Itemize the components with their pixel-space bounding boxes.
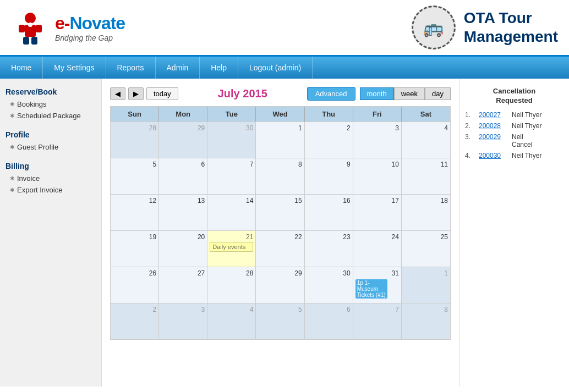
cal-event-tag[interactable]: 1p 1-MuseumTickets (#1) — [355, 279, 387, 299]
calendar-toolbar: ◀ ▶ today July 2015 Advanced month week … — [110, 87, 451, 101]
cal-cell-jul31[interactable]: 31 1p 1-MuseumTickets (#1) — [353, 267, 402, 303]
nav-reports[interactable]: Reports — [106, 57, 156, 79]
daily-events-tag[interactable]: Daily events — [210, 242, 253, 252]
cal-cell[interactable]: 10 — [353, 158, 402, 194]
cal-cell[interactable]: 6 — [159, 158, 207, 194]
cal-cell[interactable]: 7 — [207, 158, 256, 194]
cancel-name-4: Neil Thyer — [512, 152, 541, 159]
cancel-link-200027[interactable]: 200027 — [479, 111, 509, 119]
cal-cell[interactable]: 29 — [256, 267, 304, 303]
cal-week-4: 19 20 21 Daily events 22 23 24 25 — [111, 230, 450, 267]
cal-cell[interactable]: 2 — [305, 122, 353, 158]
cal-cell[interactable]: 14 — [207, 195, 256, 230]
bullet-icon-3: ✱ — [10, 144, 14, 150]
right-panel: CancellationRequested 1. 200027 Neil Thy… — [459, 79, 569, 387]
cal-view-day[interactable]: day — [425, 87, 451, 100]
cal-cell-today[interactable]: 21 Daily events — [207, 231, 256, 267]
sidebar-item-scheduled-package[interactable]: ✱ Scheduled Package — [0, 110, 101, 122]
sidebar-item-bookings[interactable]: ✱ Bookings — [0, 98, 101, 110]
cal-cell[interactable]: 1 — [256, 122, 304, 158]
cal-prev-button[interactable]: ◀ — [110, 87, 125, 100]
cancellation-title: CancellationRequested — [465, 87, 563, 106]
cal-cell[interactable]: 9 — [305, 158, 353, 194]
cal-cell[interactable]: 5 — [111, 158, 159, 194]
cal-cell[interactable]: 15 — [256, 195, 304, 230]
header: e-Novate Bridging the Gap 🚌 OTA TourMana… — [0, 0, 569, 57]
cal-cell[interactable]: 18 — [402, 195, 450, 230]
cal-cell[interactable]: 30 — [305, 267, 353, 303]
cancel-link-200030[interactable]: 200030 — [479, 152, 509, 159]
cancel-link-200029[interactable]: 200029 — [479, 133, 509, 141]
cal-cell[interactable]: 8 — [256, 158, 304, 194]
cancellation-item-4: 4. 200030 Neil Thyer — [465, 152, 563, 159]
logo-right: 🚌 OTA TourManagement — [412, 5, 558, 49]
cal-cell[interactable]: 8 — [402, 303, 450, 339]
cal-cell[interactable]: 26 — [111, 267, 159, 303]
cancellation-item-2: 2. 200028 Neil Thyer — [465, 122, 563, 130]
advanced-button[interactable]: Advanced — [307, 87, 355, 101]
cal-week-1: 28 29 30 1 2 3 4 — [111, 122, 450, 158]
sidebar-section-billing: Billing ✱ Invoice ✱ Export Invoice — [0, 158, 101, 196]
cancel-link-200028[interactable]: 200028 — [479, 122, 509, 130]
cal-cell[interactable]: 4 — [207, 303, 256, 339]
cancel-name-2: Neil Thyer — [512, 122, 541, 130]
cal-cell[interactable]: 23 — [305, 231, 353, 267]
cal-nav-group: ◀ ▶ today — [110, 87, 178, 100]
cal-view-month[interactable]: month — [360, 87, 394, 100]
cal-cell[interactable]: 24 — [353, 231, 402, 267]
cal-cell[interactable]: 13 — [159, 195, 207, 230]
cal-cell[interactable]: 16 — [305, 195, 353, 230]
bullet-icon: ✱ — [10, 101, 14, 107]
cal-cell[interactable]: 6 — [305, 303, 353, 339]
bullet-icon-5: ✱ — [10, 187, 14, 193]
cal-cell[interactable]: 29 — [159, 122, 207, 158]
nav-logout[interactable]: Logout (admin) — [238, 57, 313, 79]
cancellation-item-1: 1. 200027 Neil Thyer — [465, 111, 563, 119]
nav-admin[interactable]: Admin — [156, 57, 200, 79]
cancel-num-1: 1. — [465, 111, 476, 119]
cal-cell[interactable]: 7 — [353, 303, 402, 339]
logo-text: e-Novate Bridging the Gap — [55, 13, 125, 42]
cal-cell[interactable]: 28 — [111, 122, 159, 158]
cal-today-button[interactable]: today — [146, 87, 178, 100]
cal-cell[interactable]: 3 — [353, 122, 402, 158]
sidebar-item-guest-profile[interactable]: ✱ Guest Profile — [0, 141, 101, 153]
cal-cell[interactable]: 22 — [256, 231, 304, 267]
cal-cell[interactable]: 25 — [402, 231, 450, 267]
cal-next-button[interactable]: ▶ — [128, 87, 144, 100]
sidebar-item-export-invoice[interactable]: ✱ Export Invoice — [0, 184, 101, 196]
cancel-num-4: 4. — [465, 152, 476, 159]
calendar-area: ◀ ▶ today July 2015 Advanced month week … — [102, 79, 459, 387]
cal-cell[interactable]: 5 — [256, 303, 304, 339]
cal-cell[interactable]: 30 — [207, 122, 256, 158]
ota-title: OTA TourManagement — [464, 9, 558, 46]
cal-cell[interactable]: 27 — [159, 267, 207, 303]
cal-cell[interactable]: 19 — [111, 231, 159, 267]
cal-cell[interactable]: 12 — [111, 195, 159, 230]
cal-header-thu: Thu — [305, 107, 353, 122]
sidebar-item-guest-label: Guest Profile — [17, 143, 58, 151]
cal-cell[interactable]: 4 — [402, 122, 450, 158]
nav-help[interactable]: Help — [200, 57, 238, 79]
svg-rect-4 — [23, 37, 29, 45]
cal-header-tue: Tue — [207, 107, 256, 122]
cal-view-week[interactable]: week — [394, 87, 425, 100]
cal-cell[interactable]: 1 — [402, 267, 450, 303]
nav-my-settings[interactable]: My Settings — [43, 57, 106, 79]
cal-cell[interactable]: 2 — [111, 303, 159, 339]
cal-header-sat: Sat — [402, 107, 450, 122]
bullet-icon-2: ✱ — [10, 113, 14, 119]
svg-point-0 — [25, 13, 36, 24]
cal-week-6: 2 3 4 5 6 7 8 — [111, 303, 450, 339]
cal-cell[interactable]: 17 — [353, 195, 402, 230]
cal-cell[interactable]: 28 — [207, 267, 256, 303]
cal-cell[interactable]: 11 — [402, 158, 450, 194]
nav-home[interactable]: Home — [0, 57, 43, 79]
cal-cell[interactable]: 3 — [159, 303, 207, 339]
svg-rect-3 — [36, 25, 42, 32]
svg-rect-2 — [19, 25, 25, 32]
sidebar-section-reserve: Reserve/Book ✱ Bookings ✱ Scheduled Pack… — [0, 84, 101, 122]
sidebar-item-invoice[interactable]: ✱ Invoice — [0, 173, 101, 184]
cal-cell[interactable]: 20 — [159, 231, 207, 267]
cancel-num-2: 2. — [465, 122, 476, 130]
